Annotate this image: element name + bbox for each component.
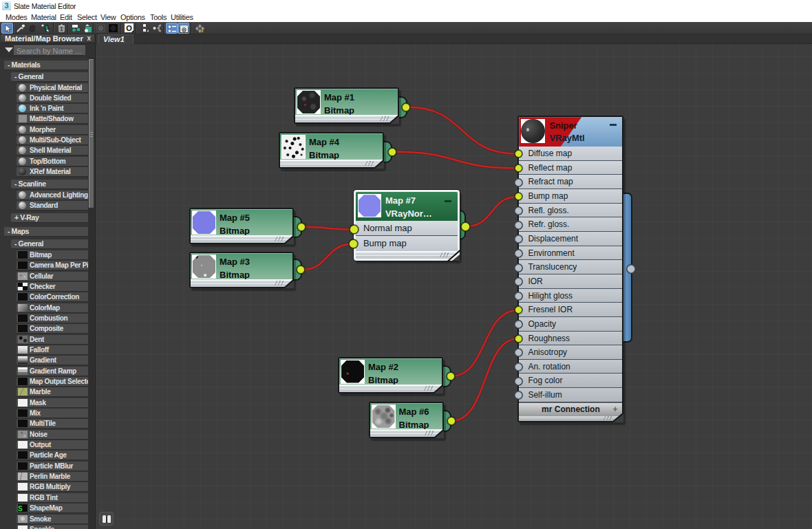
- svg-text:O: O: [126, 24, 132, 32]
